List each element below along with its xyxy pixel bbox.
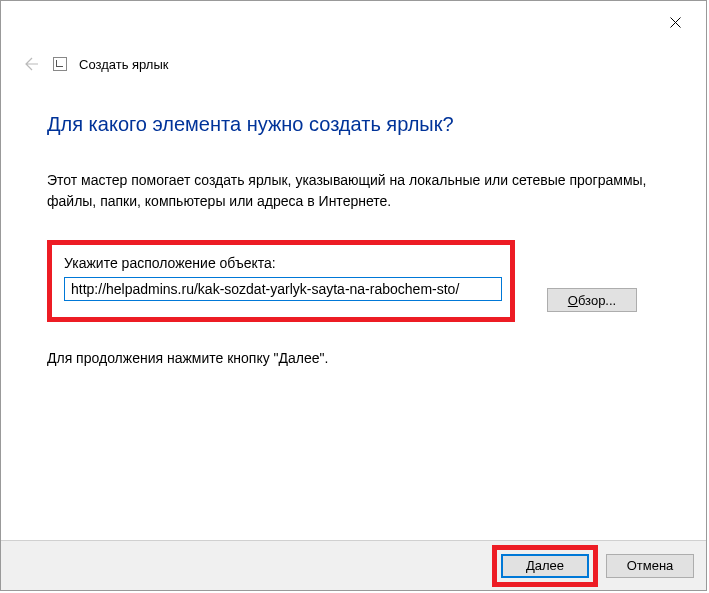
location-label: Укажите расположение объекта:	[64, 255, 498, 271]
back-arrow-icon	[21, 55, 39, 73]
dialog-title: Создать ярлык	[79, 57, 168, 72]
create-shortcut-dialog: Создать ярлык Для какого элемента нужно …	[0, 0, 707, 591]
cancel-button[interactable]: Отмена	[606, 554, 694, 578]
continue-instruction: Для продолжения нажмите кнопку "Далее".	[47, 350, 660, 366]
header-row: Создать ярлык	[1, 33, 706, 75]
close-icon	[670, 17, 681, 28]
location-input[interactable]	[64, 277, 502, 301]
input-browse-row: Укажите расположение объекта: Обзор...	[47, 240, 660, 328]
browse-label-rest: бзор...	[578, 293, 616, 308]
input-highlight-box: Укажите расположение объекта:	[47, 240, 515, 322]
next-button[interactable]: Далее	[501, 554, 589, 578]
browse-button[interactable]: Обзор...	[547, 288, 637, 312]
shortcut-icon	[53, 57, 67, 71]
back-button	[19, 53, 41, 75]
dialog-footer: Далее Отмена	[1, 540, 706, 590]
page-heading: Для какого элемента нужно создать ярлык?	[47, 113, 660, 136]
titlebar	[1, 1, 706, 33]
content-area: Для какого элемента нужно создать ярлык?…	[1, 75, 706, 366]
next-highlight-box: Далее	[492, 545, 598, 587]
description-text: Этот мастер помогает создать ярлык, указ…	[47, 170, 660, 212]
close-button[interactable]	[652, 7, 698, 37]
next-label-rest: алее	[535, 558, 564, 573]
